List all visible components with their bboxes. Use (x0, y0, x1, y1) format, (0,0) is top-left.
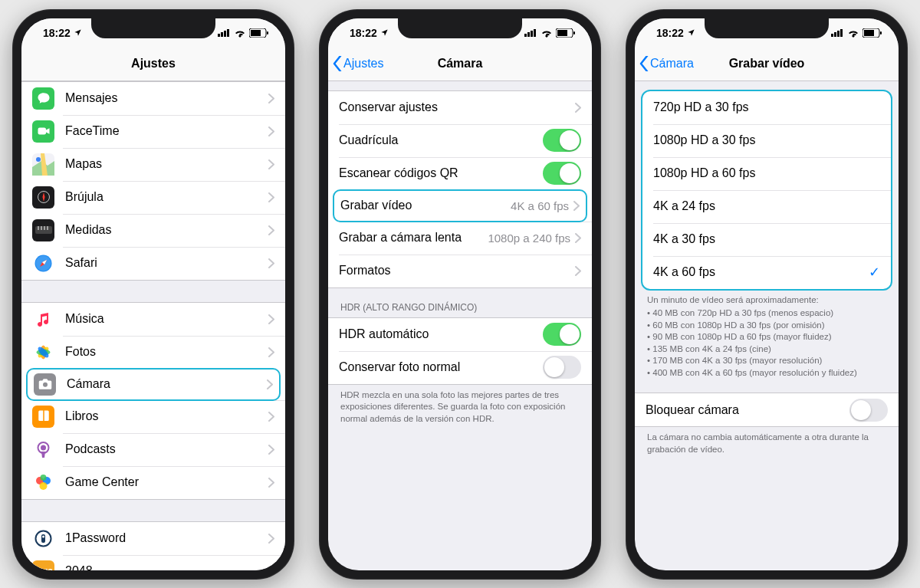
svg-rect-2 (224, 31, 226, 37)
video-option[interactable]: 4K a 24 fps (642, 190, 891, 223)
svg-rect-42 (524, 34, 527, 37)
notch (398, 18, 522, 38)
battery-icon (556, 28, 575, 38)
meas-icon (32, 219, 54, 241)
settings-row-libros[interactable]: Libros (21, 400, 285, 433)
chevron-left-icon (333, 56, 342, 71)
camera-row-cuadr-cula[interactable]: Cuadrícula (328, 124, 592, 157)
page-title: Grabar vídeo (729, 57, 805, 71)
svg-rect-52 (840, 29, 843, 37)
chevron-right-icon (267, 379, 273, 389)
notch (705, 18, 829, 38)
phone-settings: 18:22 Ajustes MensajesFaceTimeMapasBrúju… (12, 9, 294, 580)
settings-row-música[interactable]: Música (21, 303, 285, 336)
settings-row-facetime[interactable]: FaceTime (21, 115, 285, 148)
signal-icon (218, 28, 231, 37)
camera-row-formatos[interactable]: Formatos (328, 255, 592, 287)
back-button[interactable]: Ajustes (333, 48, 383, 80)
settings-row-mensajes[interactable]: Mensajes (21, 82, 285, 115)
chevron-right-icon (268, 94, 274, 103)
saf-icon (32, 252, 54, 274)
wifi-icon (234, 28, 246, 38)
svg-rect-0 (218, 34, 220, 37)
phone-camera: 18:22 Ajustes Cámara Conservar ajustesCu… (319, 9, 601, 580)
pho-icon (32, 341, 54, 363)
video-content: 720p HD a 30 fps1080p HD a 30 fps1080p H… (635, 81, 899, 570)
cmp-icon (32, 186, 54, 209)
cam-icon (34, 373, 56, 396)
toggle[interactable] (543, 323, 581, 346)
msg-icon (32, 87, 54, 110)
nav-bar: Ajustes Cámara (328, 48, 592, 81)
book-icon (32, 406, 54, 428)
svg-point-28 (41, 445, 46, 450)
chevron-right-icon (268, 192, 274, 202)
lock-camera-toggle[interactable] (849, 399, 888, 422)
phone-record-video: 18:22 Cámara Grabar vídeo 720p HD a 30 f… (626, 9, 908, 580)
location-icon (74, 28, 82, 37)
settings-row-fotos[interactable]: Fotos (21, 336, 285, 369)
size-note: Un minuto de vídeo será aproximadamente:… (635, 290, 899, 383)
status-time: 18:22 (43, 27, 71, 39)
video-option[interactable]: 1080p HD a 30 fps (642, 124, 891, 157)
video-option[interactable]: 4K a 60 fps✓ (642, 256, 891, 289)
toggle[interactable] (543, 356, 581, 379)
notch (91, 18, 215, 38)
svg-text:2048: 2048 (34, 567, 52, 570)
nav-bar: Cámara Grabar vídeo (635, 48, 899, 81)
svg-rect-6 (267, 31, 268, 34)
settings-row-podcasts[interactable]: Podcasts (21, 433, 285, 466)
location-icon (380, 28, 389, 37)
svg-rect-49 (831, 34, 833, 37)
chevron-right-icon (573, 201, 580, 211)
lock-camera-row[interactable]: Bloquear cámara (635, 393, 899, 426)
video-option[interactable]: 4K a 30 fps (642, 223, 891, 256)
svg-rect-3 (227, 29, 229, 37)
wifi-icon (847, 28, 859, 38)
chevron-right-icon (575, 103, 581, 113)
chevron-right-icon (268, 534, 274, 544)
battery-icon (863, 28, 882, 38)
settings-row-medidas[interactable]: Medidas (21, 214, 285, 247)
video-option[interactable]: 1080p HD a 60 fps (642, 157, 891, 190)
check-icon: ✓ (869, 264, 880, 281)
1p-icon (32, 527, 54, 550)
camera-row-hdr-autom-tico[interactable]: HDR automático (328, 318, 592, 351)
svg-rect-47 (557, 30, 567, 36)
settings-row-1password[interactable]: 1Password (21, 522, 285, 555)
chevron-right-icon (268, 225, 274, 235)
toggle[interactable] (543, 162, 581, 185)
settings-row-cámara[interactable]: Cámara (26, 368, 281, 401)
chevron-right-icon (268, 314, 274, 324)
settings-row-game-center[interactable]: Game Center (21, 466, 285, 499)
status-time: 18:22 (656, 27, 684, 39)
g2-icon: 2048 (32, 560, 54, 570)
settings-row-safari[interactable]: Safari (21, 247, 285, 280)
hdr-note: HDR mezcla en una sola foto las mejores … (328, 385, 592, 433)
mus-icon (32, 308, 54, 330)
settings-row-mapas[interactable]: Mapas (21, 148, 285, 181)
camera-row-conservar-foto-normal[interactable]: Conservar foto normal (328, 351, 592, 384)
camera-row-escanear-c-digos-qr[interactable]: Escanear códigos QR (328, 157, 592, 190)
page-title: Ajustes (131, 57, 176, 71)
camera-row-grabar-v-deo[interactable]: Grabar vídeo4K a 60 fps (333, 189, 587, 222)
settings-row-2048[interactable]: 20482048 (21, 555, 285, 570)
settings-row-brújula[interactable]: Brújula (21, 181, 285, 214)
back-button[interactable]: Cámara (639, 48, 694, 80)
chevron-right-icon (268, 347, 274, 357)
chevron-right-icon (268, 126, 274, 136)
video-option[interactable]: 720p HD a 30 fps (642, 91, 891, 124)
camera-row-grabar-a-c-mara-lenta[interactable]: Grabar a cámara lenta1080p a 240 fps (328, 222, 592, 255)
page-title: Cámara (438, 57, 483, 71)
battery-icon (249, 28, 268, 38)
chevron-right-icon (268, 478, 274, 488)
chevron-right-icon (268, 412, 274, 422)
svg-rect-48 (573, 31, 575, 34)
toggle[interactable] (543, 129, 581, 152)
svg-rect-19 (32, 308, 54, 330)
pod-icon (32, 439, 54, 461)
settings-content: MensajesFaceTimeMapasBrújulaMedidasSafar… (21, 81, 285, 570)
svg-rect-51 (837, 31, 840, 37)
location-icon (687, 28, 695, 37)
camera-row-conservar-ajustes[interactable]: Conservar ajustes (328, 91, 592, 124)
